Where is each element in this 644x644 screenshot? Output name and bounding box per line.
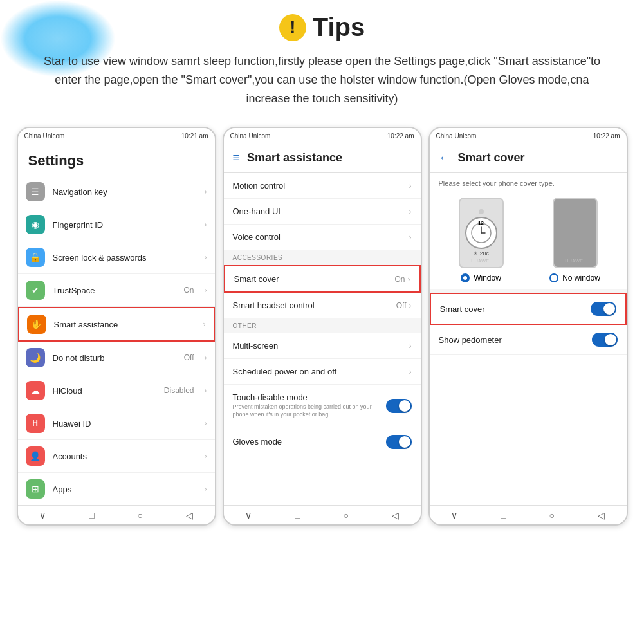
- accounts-label: Accounts: [53, 452, 197, 461]
- smart-headset-item[interactable]: Smart headset control Off ›: [224, 293, 421, 318]
- smart-cover-label: Smart cover: [234, 274, 279, 284]
- hamburger-icon: ≡: [233, 151, 240, 165]
- phone2-home-nav[interactable]: □: [295, 510, 300, 520]
- smart-icon: ✋: [27, 315, 46, 334]
- disturb-label: Do not disturb: [53, 353, 176, 363]
- phone2-recent-nav[interactable]: ◁: [392, 510, 399, 520]
- nav-label: Navigation key: [53, 187, 197, 197]
- accessories-section-label: ACCESSORIES: [224, 250, 421, 265]
- tips-title: ! Tips: [39, 13, 605, 42]
- phone3-home-nav[interactable]: □: [501, 510, 506, 520]
- smart-cover-item[interactable]: Smart cover On ›: [224, 265, 421, 293]
- phone3-back-nav[interactable]: ∨: [451, 510, 457, 520]
- back-arrow-icon[interactable]: ←: [439, 151, 450, 165]
- phone1-nav-bar: ∨ □ ○ ◁: [18, 505, 215, 524]
- phone2-carrier: China Unicom: [230, 133, 271, 140]
- motion-control-item[interactable]: Motion control ›: [224, 173, 421, 199]
- apps-chevron: ›: [205, 484, 207, 493]
- touch-disable-desc: Prevent mistaken operations being carrie…: [233, 403, 386, 418]
- disturb-icon: 🌙: [26, 348, 45, 367]
- phone1-back-nav[interactable]: ∨: [39, 510, 46, 520]
- show-pedometer-toggle[interactable]: [592, 333, 618, 347]
- tips-label: Tips: [313, 13, 365, 42]
- disturb-chevron: ›: [205, 353, 207, 362]
- smart-headset-label: Smart headset control: [233, 300, 315, 310]
- accounts-icon: 👤: [26, 446, 45, 466]
- window-option[interactable]: 12 ☀ 28c HUAWEI: [439, 198, 524, 282]
- huawei-chevron: ›: [205, 419, 207, 428]
- multi-screen-item[interactable]: Multi-screen ›: [224, 333, 421, 359]
- phone3-recent-nav[interactable]: ◁: [598, 510, 605, 520]
- gloves-mode-item[interactable]: Gloves mode: [224, 427, 421, 457]
- phone1-carrier: China Unicom: [24, 133, 65, 140]
- gloves-mode-toggle[interactable]: [386, 435, 412, 449]
- phone2-circle-nav[interactable]: ○: [344, 510, 349, 520]
- trust-label: TrustSpace: [53, 286, 176, 295]
- smart-cover-chevron: ›: [408, 275, 410, 284]
- settings-title: Settings: [18, 143, 215, 176]
- settings-item-smart[interactable]: ✋ Smart assistance ›: [18, 307, 215, 342]
- settings-item-lock[interactable]: 🔒 Screen lock & passwords ›: [18, 241, 215, 274]
- phone3-time: 10:22 am: [593, 133, 620, 140]
- settings-item-finger[interactable]: ◉ Fingerprint ID ›: [18, 208, 215, 241]
- window-radio-row: Window: [461, 273, 501, 282]
- gloves-mode-label: Gloves mode: [233, 437, 282, 446]
- phone1-circle-nav[interactable]: ○: [138, 510, 143, 520]
- phone3-circle-nav[interactable]: ○: [549, 510, 555, 520]
- smart-cover-toggle-row[interactable]: Smart cover: [430, 293, 627, 325]
- accounts-chevron: ›: [205, 452, 207, 461]
- smart-label: Smart assistance: [54, 320, 196, 329]
- no-window-option[interactable]: HUAWEI No window: [533, 198, 618, 282]
- settings-item-apps[interactable]: ⊞ Apps ›: [18, 473, 215, 505]
- trust-chevron: ›: [205, 286, 207, 295]
- select-type-text: Please select your phone cover type.: [430, 173, 627, 191]
- clock-face: 12: [465, 217, 497, 249]
- nav-chevron: ›: [205, 187, 207, 196]
- smart-cover-page-title: Smart cover: [458, 151, 525, 165]
- settings-item-huawei[interactable]: H Huawei ID ›: [18, 407, 215, 440]
- phone1-status-bar: China Unicom 10:21 am: [18, 128, 215, 143]
- phone1-home-nav[interactable]: □: [89, 510, 94, 520]
- huawei-label: Huawei ID: [53, 419, 197, 428]
- settings-item-hicloud[interactable]: ☁ HiCloud Disabled ›: [18, 374, 215, 407]
- settings-item-accounts[interactable]: 👤 Accounts ›: [18, 440, 215, 473]
- phone1-recent-nav[interactable]: ◁: [186, 510, 193, 520]
- touch-disable-toggle[interactable]: [386, 399, 412, 413]
- smart-cover-value: On: [394, 275, 405, 284]
- phone-2-smart-assistance: China Unicom 10:22 am ≡ Smart assistance…: [223, 127, 422, 526]
- hicloud-icon: ☁: [26, 381, 45, 400]
- window-phone-preview: 12 ☀ 28c HUAWEI: [459, 198, 504, 268]
- scheduled-power-label: Scheduled power on and off: [233, 367, 337, 376]
- scheduled-power-item[interactable]: Scheduled power on and off ›: [224, 359, 421, 385]
- one-hand-item[interactable]: One-hand UI ›: [224, 199, 421, 225]
- one-hand-chevron: ›: [409, 207, 412, 216]
- huawei-icon: H: [26, 414, 45, 433]
- apps-icon: ⊞: [26, 479, 45, 499]
- show-pedometer-row[interactable]: Show pedometer: [430, 325, 627, 355]
- hicloud-value: Disabled: [164, 386, 194, 395]
- voice-control-item[interactable]: Voice control ›: [224, 225, 421, 250]
- finger-label: Fingerprint ID: [53, 220, 197, 230]
- phone-1-settings: China Unicom 10:21 am Settings ☰ Navigat…: [17, 127, 216, 526]
- scheduled-power-chevron: ›: [409, 367, 412, 376]
- touch-disable-item[interactable]: Touch-disable mode Prevent mistaken oper…: [224, 385, 421, 427]
- no-window-radio[interactable]: [549, 273, 558, 282]
- settings-item-trust[interactable]: ✔ TrustSpace On ›: [18, 274, 215, 307]
- phone2-back-nav[interactable]: ∨: [245, 510, 252, 520]
- other-section-label: OTHER: [224, 318, 421, 333]
- finger-chevron: ›: [205, 220, 207, 229]
- multi-screen-chevron: ›: [409, 342, 412, 351]
- settings-list: ☰ Navigation key › ◉ Fingerprint ID › 🔒 …: [18, 176, 215, 505]
- lock-label: Screen lock & passwords: [53, 253, 197, 262]
- settings-item-nav[interactable]: ☰ Navigation key ›: [18, 176, 215, 208]
- nav-icon: ☰: [26, 182, 45, 201]
- window-radio[interactable]: [461, 273, 470, 282]
- smart-cover-header: ← Smart cover: [430, 143, 627, 173]
- phone-3-smart-cover: China Unicom 10:22 am ← Smart cover Plea…: [428, 127, 628, 526]
- smart-cover-toggle[interactable]: [591, 302, 616, 316]
- trust-value: On: [183, 286, 194, 295]
- settings-item-disturb[interactable]: 🌙 Do not disturb Off ›: [18, 342, 215, 374]
- phone3-carrier: China Unicom: [436, 133, 477, 140]
- temp-text: ☀ 28c: [473, 250, 489, 257]
- show-pedometer-label: Show pedometer: [439, 335, 502, 345]
